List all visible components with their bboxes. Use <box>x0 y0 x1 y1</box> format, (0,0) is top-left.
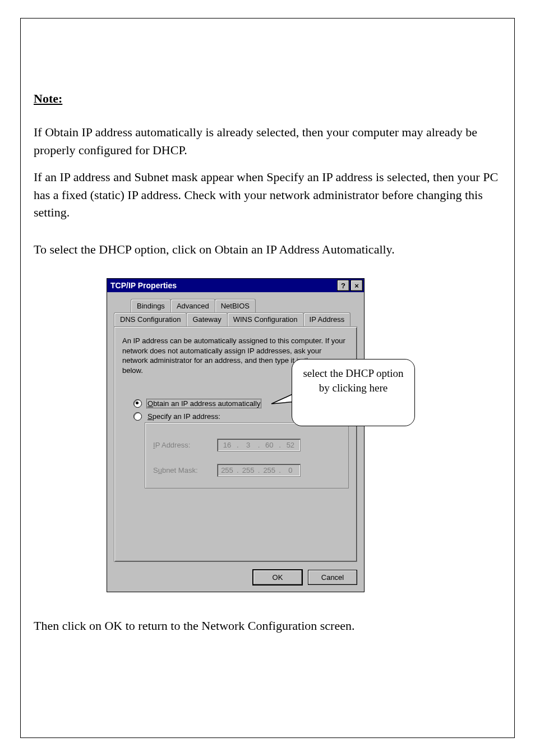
tab-gateway[interactable]: Gateway <box>186 312 227 326</box>
callout-bubble: select the DHCP option by clicking here <box>292 359 415 426</box>
subnet-mask-label: Subnet Mask: <box>153 466 209 474</box>
radio-auto-label: Obtain an IP address automatically <box>146 399 261 408</box>
cancel-button[interactable]: Cancel <box>308 570 357 585</box>
ip-address-label: IP Address: <box>153 441 209 449</box>
callout-text: select the DHCP option by clicking here <box>303 367 403 394</box>
close-icon: × <box>354 282 359 290</box>
tab-ip-address[interactable]: IP Address <box>303 312 351 326</box>
help-icon: ? <box>341 282 345 290</box>
ok-button[interactable]: OK <box>253 570 302 585</box>
radio-specify-indicator <box>133 412 142 421</box>
radio-auto-indicator <box>133 399 142 408</box>
final-para: Then click on OK to return to the Networ… <box>34 617 501 635</box>
title-bar: TCP/IP Properties ? × <box>107 279 364 292</box>
intro-para: To select the DHCP option, click on Obta… <box>34 241 501 259</box>
radio-specify-label: Specify an IP address: <box>146 412 222 421</box>
dialog-title: TCP/IP Properties <box>110 281 177 290</box>
tab-advanced[interactable]: Advanced <box>170 299 215 312</box>
note-line: Note: <box>34 90 501 108</box>
tab-bindings[interactable]: Bindings <box>131 299 171 312</box>
callout: select the DHCP option by clicking here <box>292 359 424 449</box>
close-button[interactable]: × <box>350 280 363 291</box>
subnet-mask-input[interactable]: 255. 255. 255. 0 <box>217 464 301 477</box>
tab-wins-configuration[interactable]: WINS Configuration <box>227 312 304 326</box>
tab-dns-configuration[interactable]: DNS Configuration <box>114 312 187 326</box>
note-para-1: If Obtain IP address automatically is al… <box>34 123 501 159</box>
note-label: Note: <box>34 91 62 105</box>
note-para-2: If an IP address and Subnet mask appear … <box>34 168 501 222</box>
ip-address-input[interactable]: 16. 3. 60. 52 <box>217 439 301 451</box>
tab-netbios[interactable]: NetBIOS <box>215 299 256 312</box>
help-button[interactable]: ? <box>337 280 349 291</box>
